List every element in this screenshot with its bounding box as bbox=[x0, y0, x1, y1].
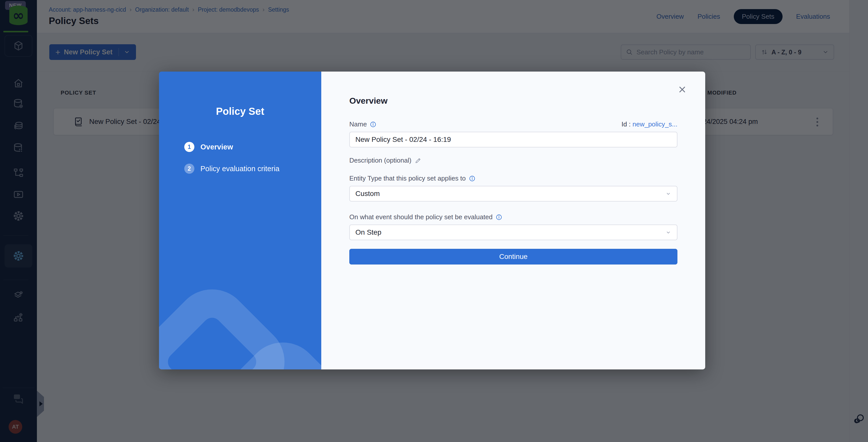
close-icon bbox=[677, 85, 687, 94]
harness-watermark bbox=[159, 273, 321, 370]
info-icon[interactable] bbox=[469, 175, 475, 182]
description-label: Description (optional) bbox=[349, 156, 411, 165]
info-icon[interactable] bbox=[496, 214, 502, 220]
close-button[interactable] bbox=[677, 85, 687, 94]
step-2-circle: 2 bbox=[184, 164, 194, 174]
event-select[interactable]: On Step bbox=[349, 225, 677, 240]
wizard-left-panel: Policy Set 1 Overview 2 Policy evaluatio… bbox=[159, 71, 321, 370]
entity-type-value: Custom bbox=[355, 189, 380, 198]
name-label-row: Name bbox=[349, 120, 376, 128]
chevron-down-icon bbox=[665, 191, 671, 197]
event-value: On Step bbox=[355, 228, 381, 236]
info-icon[interactable] bbox=[370, 121, 376, 128]
wizard-title: Policy Set bbox=[159, 106, 321, 117]
step-2-label: Policy evaluation criteria bbox=[200, 165, 280, 173]
overview-heading: Overview bbox=[349, 71, 677, 106]
id-row: Id : new_policy_s... bbox=[622, 120, 677, 128]
event-label: On what event should the policy set be e… bbox=[349, 213, 493, 221]
step-1-label: Overview bbox=[200, 143, 233, 151]
wizard-steps: 1 Overview 2 Policy evaluation criteria bbox=[184, 142, 280, 185]
wizard-right-panel: Overview Name Id : new_policy_s... Descr… bbox=[321, 71, 705, 370]
edit-pencil-icon[interactable] bbox=[414, 157, 422, 164]
name-label: Name bbox=[349, 120, 367, 128]
event-label-row: On what event should the policy set be e… bbox=[349, 213, 677, 221]
step-policy-evaluation-criteria[interactable]: 2 Policy evaluation criteria bbox=[184, 164, 280, 174]
step-1-circle: 1 bbox=[184, 142, 194, 152]
entity-type-label-row: Entity Type that this policy set applies… bbox=[349, 175, 677, 182]
continue-button[interactable]: Continue bbox=[349, 249, 677, 264]
id-prefix: Id : bbox=[622, 120, 631, 128]
name-input[interactable] bbox=[349, 132, 677, 147]
policy-set-wizard-modal: Policy Set 1 Overview 2 Policy evaluatio… bbox=[159, 71, 705, 370]
step-overview[interactable]: 1 Overview bbox=[184, 142, 280, 152]
description-row: Description (optional) bbox=[349, 156, 677, 165]
chevron-down-icon bbox=[665, 229, 671, 235]
id-link[interactable]: new_policy_s... bbox=[632, 120, 677, 128]
entity-type-label: Entity Type that this policy set applies… bbox=[349, 175, 466, 182]
entity-type-select[interactable]: Custom bbox=[349, 186, 677, 202]
